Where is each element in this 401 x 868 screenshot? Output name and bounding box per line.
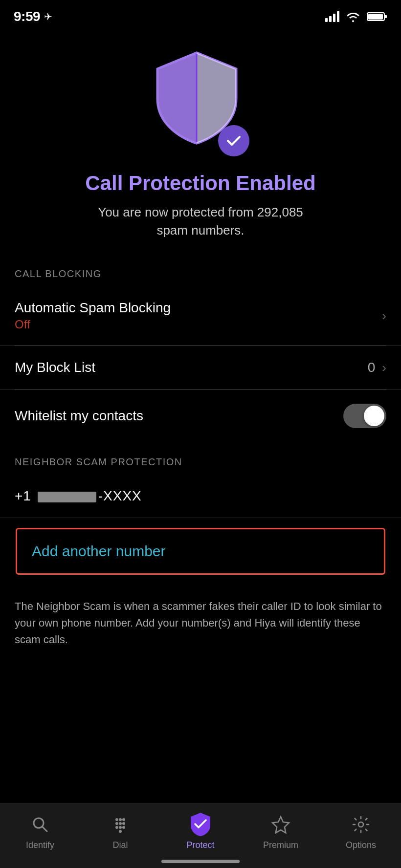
svg-marker-16	[272, 817, 289, 833]
home-indicator	[161, 860, 240, 863]
shield-container	[152, 49, 249, 156]
automatic-spam-blocking-row[interactable]: Automatic Spam Blocking Off ›	[0, 286, 401, 346]
hero-title: Call Protection Enabled	[85, 171, 315, 195]
checkmark-icon	[225, 132, 243, 150]
whitelist-title: Whitelist my contacts	[15, 408, 143, 424]
svg-point-14	[122, 826, 125, 829]
toggle-knob	[364, 406, 384, 426]
add-number-wrapper: Add another number	[0, 518, 401, 585]
svg-point-10	[119, 822, 122, 825]
block-list-count: 0	[368, 360, 376, 375]
protect-shield-icon	[189, 813, 212, 836]
battery-icon	[367, 11, 387, 22]
svg-point-6	[115, 818, 118, 821]
neighbor-scam-description: The Neighbor Scam is when a scammer fake…	[0, 585, 401, 697]
check-badge	[218, 125, 249, 156]
search-icon	[28, 813, 52, 836]
svg-point-11	[122, 822, 125, 825]
block-list-title: My Block List	[15, 360, 95, 375]
phone-redacted	[38, 492, 96, 502]
spam-blocking-status: Off	[15, 318, 171, 331]
svg-point-12	[115, 826, 118, 829]
add-number-button[interactable]: Add another number	[16, 528, 385, 575]
tab-bar: Identify Dial Pr	[0, 803, 401, 868]
wifi-icon	[345, 11, 361, 22]
whitelist-toggle[interactable]	[343, 404, 386, 428]
phone-number-text: +1 -XXXX	[15, 488, 142, 504]
svg-point-9	[115, 822, 118, 825]
block-list-row[interactable]: My Block List 0 ›	[0, 346, 401, 390]
dial-icon	[109, 813, 132, 836]
phone-number-row: +1 -XXXX	[0, 475, 401, 518]
hero-section: Call Protection Enabled You are now prot…	[0, 29, 401, 254]
tab-identify[interactable]: Identify	[16, 813, 65, 850]
location-icon: ✈	[44, 11, 52, 22]
tab-options[interactable]: Options	[336, 813, 385, 850]
tab-protect-label: Protect	[186, 840, 214, 850]
spam-blocking-title: Automatic Spam Blocking	[15, 300, 171, 316]
svg-point-8	[122, 818, 125, 821]
block-list-chevron: ›	[382, 360, 386, 375]
tab-dial-label: Dial	[112, 840, 128, 850]
spam-blocking-chevron: ›	[382, 308, 386, 324]
call-blocking-label: CALL BLOCKING	[0, 254, 401, 286]
tab-dial[interactable]: Dial	[96, 813, 145, 850]
svg-line-5	[42, 826, 47, 831]
tab-protect[interactable]: Protect	[176, 813, 225, 850]
hero-subtitle: You are now protected from 292,085spam n…	[98, 203, 303, 239]
svg-point-7	[119, 818, 122, 821]
call-blocking-group: Automatic Spam Blocking Off › My Block L…	[0, 286, 401, 442]
neighbor-scam-label: NEIGHBOR SCAM PROTECTION	[0, 442, 401, 475]
svg-rect-1	[384, 15, 387, 18]
tab-options-label: Options	[346, 840, 376, 850]
neighbor-scam-section: +1 -XXXX Add another number The Neighbor…	[0, 475, 401, 697]
status-icons	[325, 11, 387, 22]
tab-premium[interactable]: Premium	[256, 813, 305, 850]
signal-icon	[325, 11, 339, 22]
gear-icon	[349, 813, 373, 836]
svg-point-13	[119, 826, 122, 829]
add-number-text: Add another number	[32, 543, 166, 559]
whitelist-contacts-row[interactable]: Whitelist my contacts	[0, 390, 401, 442]
svg-rect-2	[368, 14, 383, 20]
svg-point-15	[119, 830, 122, 833]
star-icon	[269, 813, 292, 836]
status-bar: 9:59 ✈	[0, 0, 401, 29]
status-time: 9:59	[14, 9, 40, 24]
svg-point-17	[358, 822, 363, 827]
tab-premium-label: Premium	[263, 840, 298, 850]
tab-identify-label: Identify	[26, 840, 54, 850]
